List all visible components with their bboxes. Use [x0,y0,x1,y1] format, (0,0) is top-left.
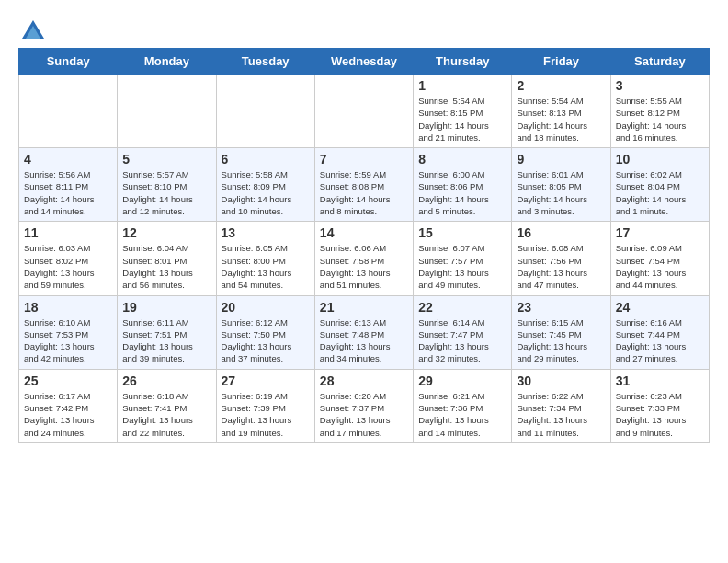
day-number: 9 [517,152,605,167]
calendar-cell: 26Sunrise: 6:18 AM Sunset: 7:41 PM Dayli… [118,369,216,442]
calendar-cell: 12Sunrise: 6:04 AM Sunset: 8:01 PM Dayli… [118,222,216,295]
col-header-thursday: Thursday [414,49,512,75]
col-header-sunday: Sunday [19,49,118,75]
calendar-cell: 13Sunrise: 6:05 AM Sunset: 8:00 PM Dayli… [216,222,314,295]
day-info: Sunrise: 6:01 AM Sunset: 8:05 PM Dayligh… [517,168,605,217]
calendar-cell: 9Sunrise: 6:01 AM Sunset: 8:05 PM Daylig… [512,148,610,222]
calendar-cell: 7Sunrise: 5:59 AM Sunset: 8:08 PM Daylig… [314,148,413,222]
day-number: 5 [122,152,210,167]
day-info: Sunrise: 6:21 AM Sunset: 7:36 PM Dayligh… [418,390,506,439]
day-number: 17 [616,225,704,240]
day-info: Sunrise: 5:55 AM Sunset: 8:12 PM Dayligh… [616,95,704,144]
day-number: 14 [320,225,408,240]
day-info: Sunrise: 6:15 AM Sunset: 7:45 PM Dayligh… [517,316,605,365]
calendar-cell: 6Sunrise: 5:58 AM Sunset: 8:09 PM Daylig… [216,148,314,222]
calendar-cell: 14Sunrise: 6:06 AM Sunset: 7:58 PM Dayli… [314,222,413,295]
day-info: Sunrise: 6:04 AM Sunset: 8:01 PM Dayligh… [122,242,210,291]
col-header-tuesday: Tuesday [216,49,314,75]
calendar-cell: 10Sunrise: 6:02 AM Sunset: 8:04 PM Dayli… [610,148,709,222]
calendar-cell: 15Sunrise: 6:07 AM Sunset: 7:57 PM Dayli… [414,222,512,295]
calendar-cell: 17Sunrise: 6:09 AM Sunset: 7:54 PM Dayli… [610,222,709,295]
calendar-cell [118,75,216,148]
day-info: Sunrise: 5:54 AM Sunset: 8:13 PM Dayligh… [517,95,605,144]
day-number: 19 [122,300,210,315]
day-info: Sunrise: 6:06 AM Sunset: 7:58 PM Dayligh… [320,242,408,291]
day-number: 11 [24,225,112,240]
day-info: Sunrise: 6:07 AM Sunset: 7:57 PM Dayligh… [418,242,506,291]
calendar-cell: 30Sunrise: 6:22 AM Sunset: 7:34 PM Dayli… [512,369,610,442]
day-info: Sunrise: 5:57 AM Sunset: 8:10 PM Dayligh… [122,168,210,217]
day-info: Sunrise: 6:05 AM Sunset: 8:00 PM Dayligh… [222,242,310,291]
day-number: 27 [222,373,310,388]
day-info: Sunrise: 6:20 AM Sunset: 7:37 PM Dayligh… [320,390,408,439]
calendar-cell [314,75,413,148]
day-number: 31 [616,373,704,388]
day-info: Sunrise: 6:22 AM Sunset: 7:34 PM Dayligh… [517,390,605,439]
calendar-table: SundayMondayTuesdayWednesdayThursdayFrid… [18,48,710,443]
day-info: Sunrise: 6:02 AM Sunset: 8:04 PM Dayligh… [616,168,704,217]
calendar-cell: 28Sunrise: 6:20 AM Sunset: 7:37 PM Dayli… [314,369,413,442]
calendar-cell: 4Sunrise: 5:56 AM Sunset: 8:11 PM Daylig… [19,148,118,222]
day-info: Sunrise: 6:14 AM Sunset: 7:47 PM Dayligh… [418,316,506,365]
day-info: Sunrise: 6:13 AM Sunset: 7:48 PM Dayligh… [320,316,408,365]
day-number: 26 [122,373,210,388]
day-number: 21 [320,300,408,315]
col-header-saturday: Saturday [610,49,709,75]
day-info: Sunrise: 6:18 AM Sunset: 7:41 PM Dayligh… [122,390,210,439]
day-number: 10 [616,152,704,167]
calendar-cell: 1Sunrise: 5:54 AM Sunset: 8:15 PM Daylig… [414,75,512,148]
calendar-cell: 29Sunrise: 6:21 AM Sunset: 7:36 PM Dayli… [414,369,512,442]
calendar-cell: 25Sunrise: 6:17 AM Sunset: 7:42 PM Dayli… [19,369,118,442]
day-info: Sunrise: 6:08 AM Sunset: 7:56 PM Dayligh… [517,242,605,291]
calendar-cell: 27Sunrise: 6:19 AM Sunset: 7:39 PM Dayli… [216,369,314,442]
day-info: Sunrise: 5:54 AM Sunset: 8:15 PM Dayligh… [418,95,506,144]
calendar-cell: 2Sunrise: 5:54 AM Sunset: 8:13 PM Daylig… [512,75,610,148]
calendar-cell [216,75,314,148]
calendar-cell: 24Sunrise: 6:16 AM Sunset: 7:44 PM Dayli… [610,295,709,369]
day-number: 22 [418,300,506,315]
day-number: 2 [517,78,605,93]
calendar-cell: 8Sunrise: 6:00 AM Sunset: 8:06 PM Daylig… [414,148,512,222]
day-info: Sunrise: 6:00 AM Sunset: 8:06 PM Dayligh… [418,168,506,217]
calendar-cell: 16Sunrise: 6:08 AM Sunset: 7:56 PM Dayli… [512,222,610,295]
col-header-wednesday: Wednesday [314,49,413,75]
calendar-cell: 21Sunrise: 6:13 AM Sunset: 7:48 PM Dayli… [314,295,413,369]
day-info: Sunrise: 6:09 AM Sunset: 7:54 PM Dayligh… [616,242,704,291]
day-info: Sunrise: 6:17 AM Sunset: 7:42 PM Dayligh… [24,390,112,439]
calendar-cell [19,75,118,148]
day-info: Sunrise: 5:56 AM Sunset: 8:11 PM Dayligh… [24,168,112,217]
calendar-cell: 19Sunrise: 6:11 AM Sunset: 7:51 PM Dayli… [118,295,216,369]
calendar-cell: 5Sunrise: 5:57 AM Sunset: 8:10 PM Daylig… [118,148,216,222]
calendar-cell: 31Sunrise: 6:23 AM Sunset: 7:33 PM Dayli… [610,369,709,442]
day-number: 8 [418,152,506,167]
day-number: 12 [122,225,210,240]
day-number: 6 [222,152,310,167]
day-info: Sunrise: 6:16 AM Sunset: 7:44 PM Dayligh… [616,316,704,365]
day-number: 7 [320,152,408,167]
day-info: Sunrise: 6:19 AM Sunset: 7:39 PM Dayligh… [222,390,310,439]
day-info: Sunrise: 5:58 AM Sunset: 8:09 PM Dayligh… [222,168,310,217]
calendar-cell: 22Sunrise: 6:14 AM Sunset: 7:47 PM Dayli… [414,295,512,369]
calendar-cell: 11Sunrise: 6:03 AM Sunset: 8:02 PM Dayli… [19,222,118,295]
day-info: Sunrise: 6:11 AM Sunset: 7:51 PM Dayligh… [122,316,210,365]
calendar-cell: 23Sunrise: 6:15 AM Sunset: 7:45 PM Dayli… [512,295,610,369]
col-header-friday: Friday [512,49,610,75]
logo [18,18,46,39]
day-info: Sunrise: 6:23 AM Sunset: 7:33 PM Dayligh… [616,390,704,439]
day-number: 1 [418,78,506,93]
day-info: Sunrise: 6:10 AM Sunset: 7:53 PM Dayligh… [24,316,112,365]
day-number: 30 [517,373,605,388]
day-info: Sunrise: 6:03 AM Sunset: 8:02 PM Dayligh… [24,242,112,291]
day-info: Sunrise: 6:12 AM Sunset: 7:50 PM Dayligh… [222,316,310,365]
day-number: 4 [24,152,112,167]
col-header-monday: Monday [118,49,216,75]
day-number: 29 [418,373,506,388]
day-number: 18 [24,300,112,315]
day-number: 20 [222,300,310,315]
day-number: 28 [320,373,408,388]
day-number: 13 [222,225,310,240]
day-number: 24 [616,300,704,315]
day-number: 25 [24,373,112,388]
calendar-cell: 18Sunrise: 6:10 AM Sunset: 7:53 PM Dayli… [19,295,118,369]
calendar-cell: 3Sunrise: 5:55 AM Sunset: 8:12 PM Daylig… [610,75,709,148]
